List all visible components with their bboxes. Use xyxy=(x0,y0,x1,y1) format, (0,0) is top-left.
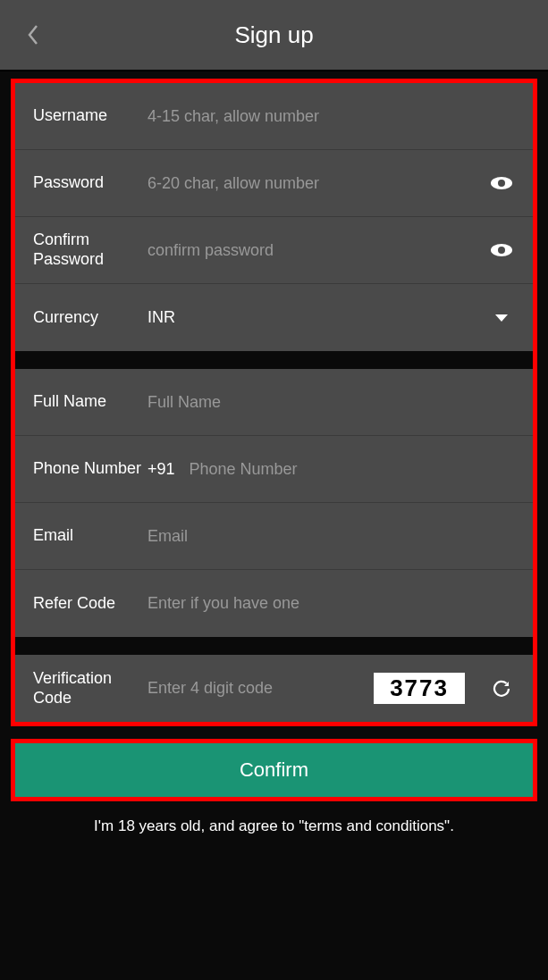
password-visibility-toggle[interactable] xyxy=(488,176,515,190)
phone-input[interactable] xyxy=(190,460,515,479)
password-row: Password xyxy=(15,150,533,217)
page-title: Sign up xyxy=(0,21,548,49)
fullname-label: Full Name xyxy=(33,392,148,412)
currency-dropdown-trigger xyxy=(488,314,515,322)
phone-prefix: +91 xyxy=(148,460,175,479)
refer-input[interactable] xyxy=(148,594,515,613)
confirm-password-row: Confirm Password xyxy=(15,217,533,284)
eye-icon xyxy=(490,243,513,257)
fullname-row: Full Name xyxy=(15,369,533,436)
password-label: Password xyxy=(33,173,148,193)
username-input[interactable] xyxy=(148,107,515,126)
password-input[interactable] xyxy=(148,174,481,193)
captcha-image: 3773 xyxy=(374,673,465,704)
currency-label: Currency xyxy=(33,308,148,328)
email-input[interactable] xyxy=(148,527,515,546)
confirm-password-label: Confirm Password xyxy=(33,230,148,269)
captcha-refresh-button[interactable] xyxy=(488,679,515,699)
terms-text[interactable]: I'm 18 years old, and agree to "terms an… xyxy=(0,817,548,835)
phone-label: Phone Number xyxy=(33,459,148,479)
email-label: Email xyxy=(33,526,148,546)
username-label: Username xyxy=(33,106,148,126)
phone-row: Phone Number +91 xyxy=(15,436,533,503)
back-button[interactable] xyxy=(27,24,39,46)
refer-label: Refer Code xyxy=(33,594,148,614)
currency-row[interactable]: Currency INR xyxy=(15,284,533,351)
verification-row: Verification Code 3773 xyxy=(15,655,533,722)
currency-value: INR xyxy=(148,308,481,327)
chevron-left-icon xyxy=(27,24,39,46)
refresh-icon xyxy=(492,679,511,699)
eye-icon xyxy=(490,176,513,190)
verification-label: Verification Code xyxy=(33,669,148,708)
svg-point-1 xyxy=(498,180,505,187)
confirm-button[interactable]: Confirm xyxy=(15,743,533,797)
fullname-input[interactable] xyxy=(148,393,515,412)
refer-row: Refer Code xyxy=(15,570,533,637)
username-row: Username xyxy=(15,83,533,150)
form-container: Username Password Confirm Password xyxy=(11,79,537,726)
header: Sign up xyxy=(0,0,548,71)
svg-point-3 xyxy=(498,247,505,254)
caret-down-icon xyxy=(495,314,508,322)
email-row: Email xyxy=(15,503,533,570)
verification-input[interactable] xyxy=(148,679,358,698)
confirm-container: Confirm xyxy=(11,739,537,801)
confirm-password-input[interactable] xyxy=(148,241,481,260)
confirm-password-visibility-toggle[interactable] xyxy=(488,243,515,257)
